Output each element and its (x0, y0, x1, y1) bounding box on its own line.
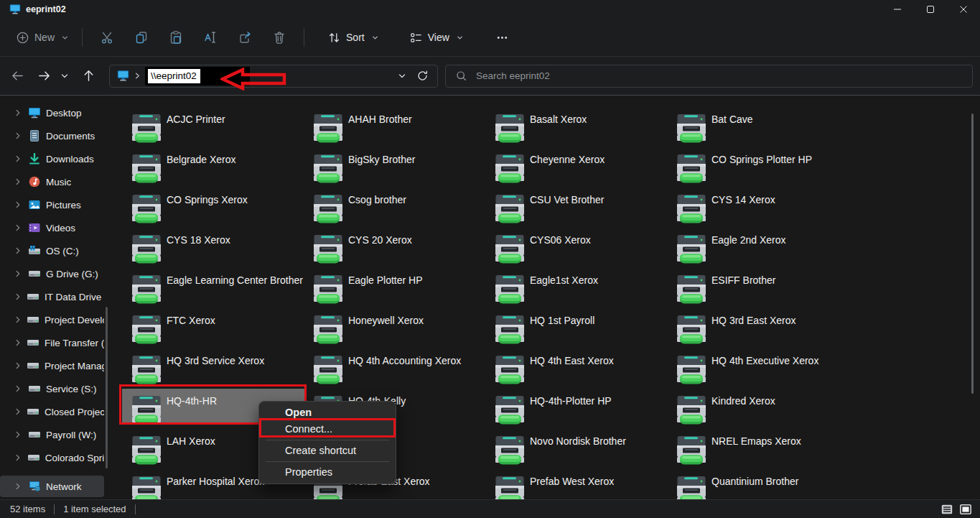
sidebar-item-service-s[interactable]: Service (S:) (0, 378, 104, 399)
printer-item-eagle-2nd-xerox[interactable]: Eagle 2nd Xerox (676, 233, 855, 267)
chevron-right-icon[interactable] (13, 223, 24, 233)
printer-item-hq-4th-east-xerox[interactable]: HQ 4th East Xerox (494, 353, 673, 388)
printer-item-eagle-plotter-hp[interactable]: Eagle Plotter HP (312, 273, 492, 307)
chevron-right-icon[interactable] (13, 338, 23, 348)
rename-button[interactable] (195, 24, 226, 50)
back-button[interactable] (6, 65, 29, 87)
printer-item-bat-cave[interactable]: Bat Cave (676, 112, 855, 147)
printer-item-acjc-printer[interactable]: ACJC Printer (131, 112, 310, 147)
chevron-right-icon[interactable] (13, 315, 23, 325)
menu-item-properties[interactable]: Properties (259, 464, 396, 481)
refresh-icon[interactable] (416, 70, 429, 82)
printer-item-eagle-learning-center-brother[interactable]: Eagle Learning Center Brother (131, 273, 310, 307)
sidebar-scrollbar[interactable] (106, 307, 108, 468)
printer-item-cheyenne-xerox[interactable]: Cheyenne Xerox (494, 152, 673, 187)
printer-item-hq-3rd-east-xerox[interactable]: HQ 3rd East Xerox (676, 313, 855, 348)
share-button[interactable] (229, 24, 261, 50)
sidebar-item-documents[interactable]: Documents (0, 125, 104, 147)
printer-item-hq-1st-payroll[interactable]: HQ 1st Payroll (494, 313, 673, 348)
sidebar-item-desktop[interactable]: Desktop (0, 102, 104, 124)
chevron-right-icon[interactable] (13, 131, 24, 141)
printer-item-hq-4th-plotter-hp[interactable]: HQ-4th-Plotter HP (494, 394, 673, 428)
view-button[interactable]: View (403, 24, 470, 50)
printer-item-cys-14-xerox[interactable]: CYS 14 Xerox (676, 193, 855, 227)
context-menu: OpenConnect...Create shortcutProperties (258, 401, 396, 484)
paste-button[interactable] (160, 24, 192, 50)
copy-button[interactable] (126, 24, 157, 50)
maximize-button[interactable] (914, 0, 947, 19)
search-input[interactable]: Search eeprint02 (445, 65, 973, 88)
clipboard-icon (169, 30, 183, 45)
chevron-right-icon[interactable] (13, 407, 23, 417)
printer-item-hq-4th-accounting-xerox[interactable]: HQ 4th Accounting Xerox (312, 353, 492, 388)
chevron-right-icon[interactable] (13, 453, 24, 463)
printer-item-label: CYS 14 Xerox (711, 194, 775, 205)
chevron-right-icon[interactable] (13, 246, 24, 256)
chevron-right-icon[interactable] (13, 361, 23, 371)
sidebar-item-file-transfer-o[interactable]: File Transfer (O: (0, 332, 104, 353)
chevron-right-icon[interactable] (13, 481, 24, 491)
sidebar-item-project-manage[interactable]: Project Manage (0, 355, 104, 376)
sidebar-item-label: Closed Projects (45, 407, 104, 417)
sidebar-item-g-drive-g[interactable]: G Drive (G:) (0, 263, 104, 285)
sidebar-item-downloads[interactable]: Downloads (0, 148, 104, 170)
file-list-scrollbar[interactable] (971, 114, 974, 394)
printer-item-csu-vet-brother[interactable]: CSU Vet Brother (494, 193, 673, 227)
chevron-right-icon[interactable] (13, 269, 24, 279)
printer-item-csog-brother[interactable]: Csog brother (312, 193, 492, 227)
sidebar-item-colorado-sprin[interactable]: Colorado Sprin (0, 447, 104, 468)
sidebar-item-music[interactable]: Music (0, 171, 104, 193)
chevron-right-icon[interactable] (13, 108, 24, 118)
sidebar-item-payroll-w[interactable]: Payroll (W:) (0, 424, 104, 445)
chevron-right-icon[interactable] (13, 200, 24, 210)
up-button[interactable] (77, 65, 100, 87)
sidebar-item-closed-projects[interactable]: Closed Projects (0, 401, 104, 422)
recent-locations-button[interactable] (57, 65, 73, 87)
minimize-button[interactable] (881, 0, 914, 19)
large-icons-view-button[interactable] (958, 503, 973, 516)
printer-item-ahah-brother[interactable]: AHAH Brother (312, 112, 492, 147)
sidebar-item-os-c[interactable]: OS (C:) (0, 240, 104, 262)
printer-item-belgrade-xerox[interactable]: Belgrade Xerox (131, 152, 310, 187)
printer-item-co-springs-plotter-hp[interactable]: CO Springs Plotter HP (676, 152, 855, 187)
sort-button[interactable]: Sort (322, 24, 385, 50)
printer-item-hq-3rd-service-xerox[interactable]: HQ 3rd Service Xerox (131, 353, 310, 388)
chevron-right-icon[interactable] (13, 292, 23, 302)
printer-item-prefab-west-xerox[interactable]: Prefab West Xerox (494, 474, 673, 499)
printer-item-quantinium-brother[interactable]: Quantinium Brother (676, 474, 855, 499)
forward-button[interactable] (32, 65, 55, 87)
printer-item-ftc-xerox[interactable]: FTC Xerox (131, 313, 310, 348)
printer-item-co-springs-xerox[interactable]: CO Springs Xerox (131, 193, 310, 227)
printer-item-hq-4th-executive-xerox[interactable]: HQ 4th Executive Xerox (676, 353, 855, 388)
printer-item-nrel-emaps-xerox[interactable]: NREL Emaps Xerox (676, 434, 855, 468)
printer-item-cys-18-xerox[interactable]: CYS 18 Xerox (131, 233, 310, 267)
more-options-button[interactable] (487, 24, 518, 50)
cut-button[interactable] (91, 24, 123, 50)
close-button[interactable] (947, 0, 980, 19)
printer-item-honeywell-xerox[interactable]: Honeywell Xerox (312, 313, 492, 348)
sidebar-item-project-develop[interactable]: Project Develop (0, 309, 104, 330)
printer-item-cys-20-xerox[interactable]: CYS 20 Xerox (312, 233, 492, 267)
printer-item-cys06-xerox[interactable]: CYS06 Xerox (494, 233, 673, 267)
address-dropdown-icon[interactable] (398, 72, 406, 80)
printer-item-label: CO Springs Plotter HP (711, 154, 812, 165)
new-button[interactable]: New (10, 24, 75, 50)
printer-item-eagle1st-xerox[interactable]: Eagle1st Xerox (494, 273, 673, 307)
menu-item-create-shortcut[interactable]: Create shortcut (259, 443, 396, 459)
chevron-right-icon[interactable] (13, 154, 24, 164)
sidebar-item-pictures[interactable]: Pictures (0, 194, 104, 216)
details-view-button[interactable] (940, 503, 954, 516)
printer-item-esiff-brother[interactable]: ESIFF Brother (676, 273, 855, 307)
printer-item-bigsky-brother[interactable]: BigSky Brother (312, 152, 492, 187)
printer-item-novo-nordisk-brother[interactable]: Novo Nordisk Brother (494, 434, 673, 468)
printer-item-kindred-xerox[interactable]: Kindred Xerox (676, 394, 855, 428)
sidebar-item-network[interactable]: Network (0, 476, 104, 497)
printer-item-basalt-xerox[interactable]: Basalt Xerox (494, 112, 673, 147)
chevron-right-icon[interactable] (13, 384, 24, 394)
delete-button[interactable] (263, 24, 295, 50)
sidebar-item-videos[interactable]: Videos (0, 217, 104, 239)
chevron-right-icon[interactable] (13, 430, 24, 440)
sidebar-item-it-data-drive-i[interactable]: IT Data Drive (I: (0, 286, 104, 307)
address-selected-text[interactable]: \\eeprint02 (148, 69, 200, 83)
chevron-right-icon[interactable] (13, 177, 24, 187)
